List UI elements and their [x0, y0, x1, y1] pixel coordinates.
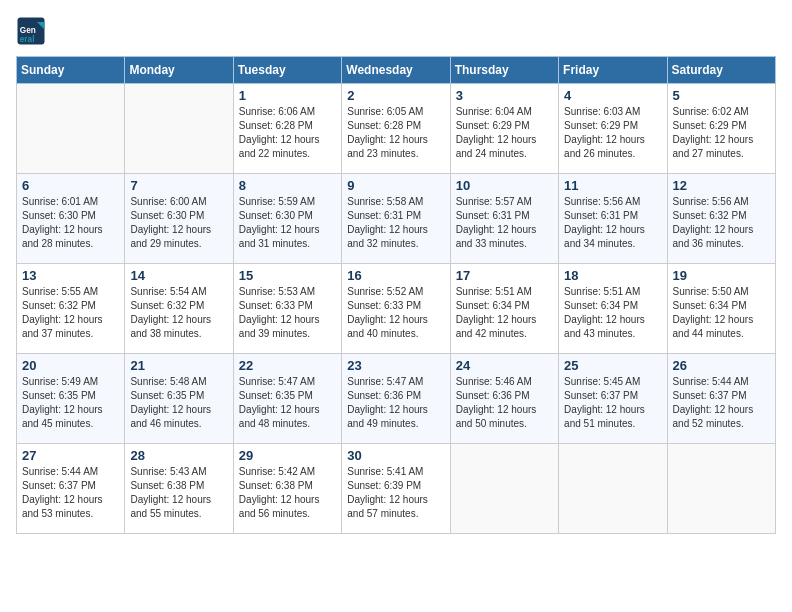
calendar-cell: 18Sunrise: 5:51 AM Sunset: 6:34 PM Dayli…	[559, 264, 667, 354]
calendar-header: SundayMondayTuesdayWednesdayThursdayFrid…	[17, 57, 776, 84]
day-info: Sunrise: 5:54 AM Sunset: 6:32 PM Dayligh…	[130, 285, 227, 341]
calendar-cell: 5Sunrise: 6:02 AM Sunset: 6:29 PM Daylig…	[667, 84, 775, 174]
day-header-tuesday: Tuesday	[233, 57, 341, 84]
calendar-cell	[559, 444, 667, 534]
day-header-wednesday: Wednesday	[342, 57, 450, 84]
day-info: Sunrise: 5:46 AM Sunset: 6:36 PM Dayligh…	[456, 375, 553, 431]
day-header-sunday: Sunday	[17, 57, 125, 84]
calendar-cell	[125, 84, 233, 174]
day-number: 6	[22, 178, 119, 193]
svg-text:Gen: Gen	[20, 26, 36, 35]
day-header-friday: Friday	[559, 57, 667, 84]
day-header-saturday: Saturday	[667, 57, 775, 84]
day-number: 8	[239, 178, 336, 193]
day-info: Sunrise: 6:03 AM Sunset: 6:29 PM Dayligh…	[564, 105, 661, 161]
day-info: Sunrise: 5:52 AM Sunset: 6:33 PM Dayligh…	[347, 285, 444, 341]
day-number: 17	[456, 268, 553, 283]
day-info: Sunrise: 6:02 AM Sunset: 6:29 PM Dayligh…	[673, 105, 770, 161]
day-info: Sunrise: 5:56 AM Sunset: 6:31 PM Dayligh…	[564, 195, 661, 251]
week-row-4: 20Sunrise: 5:49 AM Sunset: 6:35 PM Dayli…	[17, 354, 776, 444]
day-number: 16	[347, 268, 444, 283]
day-info: Sunrise: 5:49 AM Sunset: 6:35 PM Dayligh…	[22, 375, 119, 431]
day-number: 14	[130, 268, 227, 283]
calendar-cell: 7Sunrise: 6:00 AM Sunset: 6:30 PM Daylig…	[125, 174, 233, 264]
day-number: 23	[347, 358, 444, 373]
calendar-cell: 28Sunrise: 5:43 AM Sunset: 6:38 PM Dayli…	[125, 444, 233, 534]
day-info: Sunrise: 5:51 AM Sunset: 6:34 PM Dayligh…	[456, 285, 553, 341]
calendar-cell: 1Sunrise: 6:06 AM Sunset: 6:28 PM Daylig…	[233, 84, 341, 174]
day-info: Sunrise: 5:44 AM Sunset: 6:37 PM Dayligh…	[673, 375, 770, 431]
day-number: 15	[239, 268, 336, 283]
day-info: Sunrise: 5:56 AM Sunset: 6:32 PM Dayligh…	[673, 195, 770, 251]
day-number: 29	[239, 448, 336, 463]
calendar-cell: 26Sunrise: 5:44 AM Sunset: 6:37 PM Dayli…	[667, 354, 775, 444]
calendar-cell: 20Sunrise: 5:49 AM Sunset: 6:35 PM Dayli…	[17, 354, 125, 444]
day-number: 22	[239, 358, 336, 373]
calendar-cell: 3Sunrise: 6:04 AM Sunset: 6:29 PM Daylig…	[450, 84, 558, 174]
calendar-cell: 10Sunrise: 5:57 AM Sunset: 6:31 PM Dayli…	[450, 174, 558, 264]
calendar-cell	[667, 444, 775, 534]
day-number: 20	[22, 358, 119, 373]
day-info: Sunrise: 6:05 AM Sunset: 6:28 PM Dayligh…	[347, 105, 444, 161]
day-number: 25	[564, 358, 661, 373]
calendar-cell: 4Sunrise: 6:03 AM Sunset: 6:29 PM Daylig…	[559, 84, 667, 174]
day-number: 4	[564, 88, 661, 103]
calendar-cell: 23Sunrise: 5:47 AM Sunset: 6:36 PM Dayli…	[342, 354, 450, 444]
calendar-cell	[17, 84, 125, 174]
day-number: 13	[22, 268, 119, 283]
calendar-cell: 11Sunrise: 5:56 AM Sunset: 6:31 PM Dayli…	[559, 174, 667, 264]
day-info: Sunrise: 5:55 AM Sunset: 6:32 PM Dayligh…	[22, 285, 119, 341]
day-number: 21	[130, 358, 227, 373]
day-info: Sunrise: 6:04 AM Sunset: 6:29 PM Dayligh…	[456, 105, 553, 161]
calendar-cell: 8Sunrise: 5:59 AM Sunset: 6:30 PM Daylig…	[233, 174, 341, 264]
day-number: 9	[347, 178, 444, 193]
day-info: Sunrise: 5:50 AM Sunset: 6:34 PM Dayligh…	[673, 285, 770, 341]
day-number: 18	[564, 268, 661, 283]
day-info: Sunrise: 5:44 AM Sunset: 6:37 PM Dayligh…	[22, 465, 119, 521]
calendar-cell: 22Sunrise: 5:47 AM Sunset: 6:35 PM Dayli…	[233, 354, 341, 444]
week-row-5: 27Sunrise: 5:44 AM Sunset: 6:37 PM Dayli…	[17, 444, 776, 534]
day-number: 27	[22, 448, 119, 463]
day-number: 26	[673, 358, 770, 373]
week-row-3: 13Sunrise: 5:55 AM Sunset: 6:32 PM Dayli…	[17, 264, 776, 354]
day-info: Sunrise: 6:00 AM Sunset: 6:30 PM Dayligh…	[130, 195, 227, 251]
logo-icon: Gen eral	[16, 16, 46, 46]
logo: Gen eral	[16, 16, 50, 46]
day-info: Sunrise: 5:47 AM Sunset: 6:36 PM Dayligh…	[347, 375, 444, 431]
calendar-cell: 15Sunrise: 5:53 AM Sunset: 6:33 PM Dayli…	[233, 264, 341, 354]
day-info: Sunrise: 5:53 AM Sunset: 6:33 PM Dayligh…	[239, 285, 336, 341]
day-number: 5	[673, 88, 770, 103]
day-info: Sunrise: 5:45 AM Sunset: 6:37 PM Dayligh…	[564, 375, 661, 431]
day-number: 3	[456, 88, 553, 103]
day-number: 10	[456, 178, 553, 193]
calendar-cell: 9Sunrise: 5:58 AM Sunset: 6:31 PM Daylig…	[342, 174, 450, 264]
calendar-cell: 12Sunrise: 5:56 AM Sunset: 6:32 PM Dayli…	[667, 174, 775, 264]
calendar-cell: 25Sunrise: 5:45 AM Sunset: 6:37 PM Dayli…	[559, 354, 667, 444]
day-info: Sunrise: 5:41 AM Sunset: 6:39 PM Dayligh…	[347, 465, 444, 521]
day-number: 28	[130, 448, 227, 463]
day-number: 11	[564, 178, 661, 193]
day-info: Sunrise: 5:51 AM Sunset: 6:34 PM Dayligh…	[564, 285, 661, 341]
day-number: 7	[130, 178, 227, 193]
calendar-cell: 29Sunrise: 5:42 AM Sunset: 6:38 PM Dayli…	[233, 444, 341, 534]
day-info: Sunrise: 5:48 AM Sunset: 6:35 PM Dayligh…	[130, 375, 227, 431]
calendar-cell: 16Sunrise: 5:52 AM Sunset: 6:33 PM Dayli…	[342, 264, 450, 354]
day-info: Sunrise: 5:43 AM Sunset: 6:38 PM Dayligh…	[130, 465, 227, 521]
days-of-week-row: SundayMondayTuesdayWednesdayThursdayFrid…	[17, 57, 776, 84]
day-number: 2	[347, 88, 444, 103]
calendar-cell: 30Sunrise: 5:41 AM Sunset: 6:39 PM Dayli…	[342, 444, 450, 534]
page-header: Gen eral	[16, 16, 776, 46]
week-row-2: 6Sunrise: 6:01 AM Sunset: 6:30 PM Daylig…	[17, 174, 776, 264]
day-info: Sunrise: 5:59 AM Sunset: 6:30 PM Dayligh…	[239, 195, 336, 251]
day-header-monday: Monday	[125, 57, 233, 84]
day-info: Sunrise: 5:47 AM Sunset: 6:35 PM Dayligh…	[239, 375, 336, 431]
calendar-cell: 13Sunrise: 5:55 AM Sunset: 6:32 PM Dayli…	[17, 264, 125, 354]
calendar-cell: 24Sunrise: 5:46 AM Sunset: 6:36 PM Dayli…	[450, 354, 558, 444]
calendar-cell	[450, 444, 558, 534]
calendar-cell: 6Sunrise: 6:01 AM Sunset: 6:30 PM Daylig…	[17, 174, 125, 264]
day-info: Sunrise: 6:06 AM Sunset: 6:28 PM Dayligh…	[239, 105, 336, 161]
day-number: 12	[673, 178, 770, 193]
svg-text:eral: eral	[20, 35, 35, 44]
day-number: 30	[347, 448, 444, 463]
day-header-thursday: Thursday	[450, 57, 558, 84]
